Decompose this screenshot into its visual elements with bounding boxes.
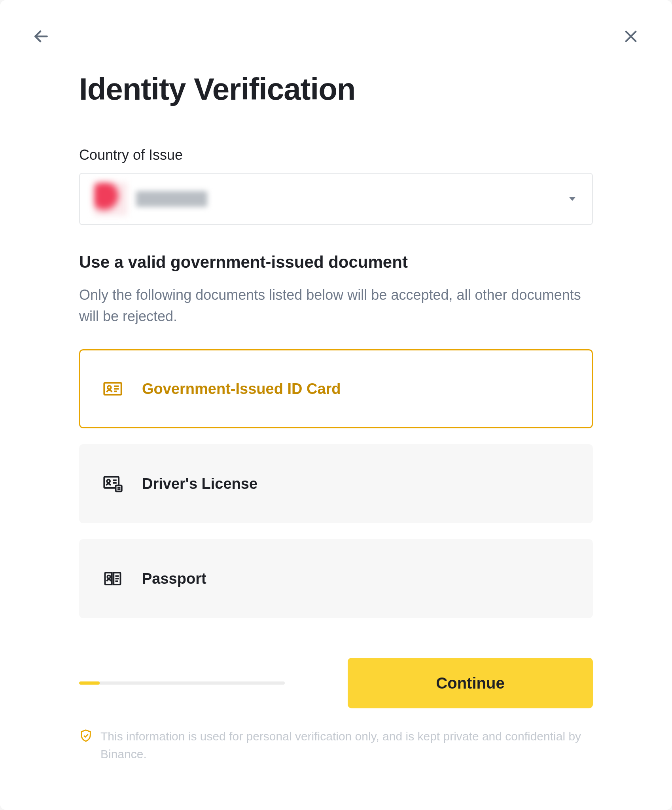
disclaimer-text: This information is used for personal ve…	[100, 727, 593, 763]
option-label: Government-Issued ID Card	[142, 380, 341, 397]
progress-fill	[79, 681, 100, 685]
disclaimer: This information is used for personal ve…	[79, 727, 593, 763]
id-card-icon	[102, 379, 123, 399]
svg-rect-12	[116, 485, 122, 491]
close-icon	[623, 28, 639, 45]
back-button[interactable]	[32, 27, 51, 46]
svg-point-4	[108, 386, 111, 389]
passport-icon	[102, 568, 123, 589]
page-title: Identity Verification	[79, 71, 593, 107]
option-label: Passport	[142, 570, 206, 587]
country-name-redacted	[136, 191, 207, 207]
option-label: Driver's License	[142, 475, 257, 492]
option-id-card[interactable]: Government-Issued ID Card	[79, 349, 593, 428]
country-flag-redacted	[94, 182, 127, 216]
progress-bar	[79, 681, 285, 685]
drivers-license-icon	[102, 473, 123, 494]
option-passport[interactable]: Passport	[79, 539, 593, 618]
arrow-left-icon	[32, 28, 50, 45]
shield-check-icon	[79, 729, 93, 742]
country-label: Country of Issue	[79, 147, 593, 163]
svg-point-16	[107, 575, 110, 579]
identity-verification-modal: Identity Verification Country of Issue U…	[0, 0, 672, 810]
close-button[interactable]	[621, 27, 640, 46]
country-select[interactable]	[79, 173, 593, 225]
document-options: Government-Issued ID Card Driver's Licen…	[79, 349, 593, 618]
option-drivers-license[interactable]: Driver's License	[79, 444, 593, 523]
svg-point-9	[107, 480, 110, 483]
continue-button[interactable]: Continue	[348, 658, 593, 708]
chevron-down-icon	[567, 193, 578, 204]
document-section-title: Use a valid government-issued document	[79, 253, 593, 272]
document-section-desc: Only the following documents listed belo…	[79, 284, 593, 327]
